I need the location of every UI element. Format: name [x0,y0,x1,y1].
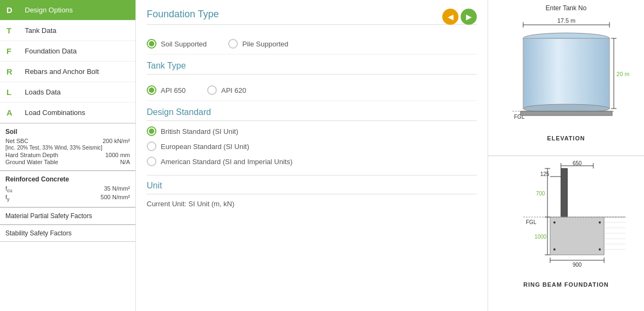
elevation-label: ELEVATION [547,135,585,141]
svg-rect-19 [561,168,567,217]
pile-supported-option[interactable]: Pile Supported [228,39,288,49]
sidebar-label-foundation-data: Foundation Data [25,47,77,55]
british-standard-radio[interactable] [147,126,156,136]
tank-type-options: API 650 API 620 [147,80,477,101]
fcu-label: fcu [5,185,104,193]
sidebar-letter-loads-data: L [6,87,19,97]
ground-water-row: Ground Water Table N/A [5,159,130,165]
svg-text:FGL: FGL [526,219,537,225]
api620-label: API 620 [221,86,246,94]
api650-radio[interactable] [147,85,156,95]
foundation-type-heading: Foundation Type [147,9,477,25]
pile-supported-radio[interactable] [228,39,238,49]
sidebar-label-loads-data: Loads Data [25,88,61,96]
enter-tank-no-title: Enter Tank No [546,4,587,12]
sidebar-label-tank-data: Tank Data [25,26,57,35]
sidebar: D Design OptionsT Tank DataF Foundation … [0,0,136,311]
hard-stratum-row: Hard Stratum Depth 1000 mm [5,152,130,158]
svg-text:900: 900 [572,262,581,268]
european-standard-option[interactable]: European Standard (SI Unit) [147,141,477,151]
british-standard-option[interactable]: British Standard (SI Unit) [147,126,477,136]
hard-stratum-value: 1000 mm [105,152,130,158]
svg-rect-22 [550,217,604,255]
soil-note: [Inc. 20% Test, 33% Wind, 33% Seismic] [5,145,130,151]
svg-text:700: 700 [536,191,545,197]
sidebar-item-rebars[interactable]: R Rebars and Anchor Bolt [0,62,135,82]
svg-point-44 [553,248,556,251]
ring-beam-panel: 650 125 FGL 700 [488,156,644,312]
api650-option[interactable]: API 650 [147,85,186,95]
sidebar-item-load-combinations[interactable]: A Load Combinations [0,103,135,123]
european-standard-radio[interactable] [147,141,156,151]
sidebar-letter-rebars: R [6,67,19,76]
ring-beam-label: RING BEAM FOUNDATION [523,281,609,288]
net-sbc-label: Net SBC [5,138,102,144]
tank-type-heading: Tank Type [147,61,477,75]
nav-next-button[interactable]: ▶ [461,9,477,25]
sidebar-item-tank-data[interactable]: T Tank Data [0,21,135,41]
nav-arrows: ◀ ▶ [442,9,477,25]
soil-supported-radio[interactable] [147,39,156,49]
sidebar-letter-load-combinations: A [6,108,19,117]
current-unit: Current Unit: SI Unit (m, kN) [147,200,477,208]
sidebar-item-design-options[interactable]: D Design Options [0,0,135,21]
svg-rect-14 [520,111,612,116]
api620-option[interactable]: API 620 [207,85,246,95]
ring-beam-diagram: 650 125 FGL 700 [496,160,636,279]
sidebar-item-foundation-data[interactable]: F Foundation Data [0,41,135,62]
net-sbc-row: Net SBC 200 kN/m² [5,138,130,144]
elevation-diagram: 17.5 m 20 m FGL [496,14,636,133]
sidebar-label-load-combinations: Load Combinations [25,109,85,117]
svg-text:17.5 m: 17.5 m [557,17,576,24]
european-standard-label: European Standard (SI Unit) [161,143,249,151]
concrete-section-title: Reinforced Concrete [5,175,130,183]
american-standard-radio[interactable] [147,157,156,166]
sidebar-label-rebars: Rebars and Anchor Bolt [25,67,99,76]
material-partial-safety-btn[interactable]: Material Partial Safety Factors [0,207,135,225]
sidebar-item-loads-data[interactable]: L Loads Data [0,82,135,103]
sidebar-letter-foundation-data: F [6,46,19,56]
foundation-type-options: Soil Supported Pile Supported [147,33,477,55]
fy-value: 500 N/mm² [101,194,130,202]
british-standard-label: British Standard (SI Unit) [161,127,238,136]
pile-supported-label: Pile Supported [242,40,288,48]
concrete-info-section: Reinforced Concrete fcu 35 N/mm² fy 500 … [0,171,135,207]
svg-point-45 [599,221,601,224]
soil-info-section: Soil Net SBC 200 kN/m² [Inc. 20% Test, 3… [0,123,135,171]
svg-point-46 [599,248,601,251]
api620-radio[interactable] [207,85,217,95]
design-standard-heading: Design Standard [147,107,477,121]
stability-safety-btn[interactable]: Stability Safety Factors [0,225,135,242]
fcu-row: fcu 35 N/mm² [5,185,130,193]
soil-section-title: Soil [5,128,130,136]
svg-text:20 m: 20 m [616,71,629,77]
svg-text:125: 125 [540,171,549,177]
soil-supported-label: Soil Supported [161,40,207,48]
api650-label: API 650 [161,86,186,94]
sidebar-letter-tank-data: T [6,26,19,35]
fy-row: fy 500 N/mm² [5,194,130,202]
sidebar-label-design-options: Design Options [25,6,73,14]
ground-water-label: Ground Water Table [5,159,120,165]
american-standard-option[interactable]: American Standard (SI and Imperial Units… [147,157,477,166]
american-standard-label: American Standard (SI and Imperial Units… [161,158,292,166]
svg-text:650: 650 [572,160,581,166]
unit-heading: Unit [147,181,477,194]
svg-point-43 [553,221,556,224]
main-content: ◀ ▶ Foundation Type Soil Supported Pile … [136,0,488,311]
right-panel: Enter Tank No 17.5 m [488,0,644,311]
nav-prev-button[interactable]: ◀ [442,9,458,25]
fcu-value: 35 N/mm² [104,185,130,193]
fy-label: fy [5,194,101,202]
elevation-panel: Enter Tank No 17.5 m [488,0,644,156]
hard-stratum-label: Hard Stratum Depth [5,152,105,158]
svg-text:1000: 1000 [534,234,546,240]
ground-water-value: N/A [120,159,130,165]
net-sbc-value: 200 kN/m² [102,138,130,144]
svg-rect-6 [524,39,609,108]
sidebar-letter-design-options: D [6,5,19,15]
soil-supported-option[interactable]: Soil Supported [147,39,207,49]
